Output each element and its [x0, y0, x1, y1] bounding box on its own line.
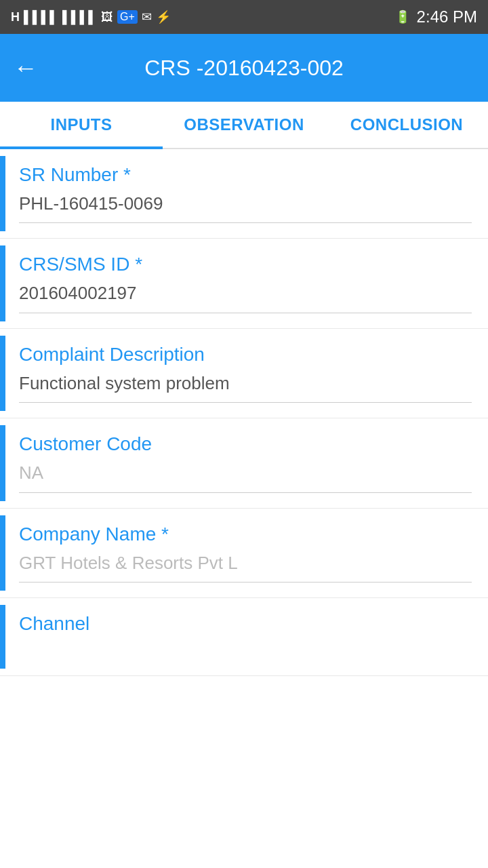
signal-bars-icon: ▌▌▌▌ — [24, 10, 58, 24]
customer-code-label: Customer Code — [19, 433, 472, 455]
field-company-name: Company Name * GRT Hotels & Resorts Pvt … — [0, 509, 488, 598]
field-bar — [0, 156, 5, 231]
field-underline — [19, 313, 472, 313]
field-bar — [0, 425, 5, 500]
field-channel: Channel — [0, 598, 488, 676]
tab-observation[interactable]: OBSERVATION — [163, 102, 325, 148]
crs-sms-id-label: CRS/SMS ID * — [19, 254, 472, 275]
mail-icon: ✉ — [142, 9, 152, 24]
field-complaint-description: Complaint Description Functional system … — [0, 329, 488, 418]
field-underline — [19, 492, 472, 493]
field-bar — [0, 336, 5, 411]
channel-value[interactable] — [19, 640, 472, 660]
field-crs-sms-id: CRS/SMS ID * 201604002197 — [0, 239, 488, 328]
status-bar: H ▌▌▌▌ ▌▌▌▌ 🖼 G+ ✉ ⚡ 🔋 2:46 PM — [0, 0, 488, 34]
channel-label: Channel — [19, 613, 472, 635]
content-area: SR Number * PHL-160415-0069 CRS/SMS ID *… — [0, 149, 488, 696]
sr-number-value[interactable]: PHL-160415-0069 — [19, 191, 472, 216]
field-underline — [19, 582, 472, 583]
sr-number-label: SR Number * — [19, 164, 472, 186]
field-customer-code: Customer Code NA — [0, 418, 488, 508]
app-bar-title: CRS -20160423-002 — [52, 56, 436, 81]
status-left: H ▌▌▌▌ ▌▌▌▌ 🖼 G+ ✉ ⚡ — [11, 9, 171, 24]
field-bar — [0, 245, 5, 321]
tab-inputs[interactable]: INPUTS — [0, 102, 163, 148]
crs-sms-id-value[interactable]: 201604002197 — [19, 281, 472, 305]
usb-icon: ⚡ — [156, 9, 171, 24]
image-icon: 🖼 — [101, 10, 113, 24]
field-underline — [19, 222, 472, 223]
company-name-label: Company Name * — [19, 524, 472, 545]
complaint-description-label: Complaint Description — [19, 344, 472, 366]
field-bar — [0, 605, 5, 669]
complaint-description-value[interactable]: Functional system problem — [19, 371, 472, 395]
field-underline — [19, 402, 472, 403]
signal-bars2-icon: ▌▌▌▌ — [62, 10, 97, 24]
status-right: 🔋 2:46 PM — [395, 7, 477, 26]
app-bar: ← CRS -20160423-002 — [0, 34, 488, 102]
tabs-container: INPUTS OBSERVATION CONCLUSION — [0, 102, 488, 149]
back-button[interactable]: ← — [14, 56, 38, 80]
field-sr-number: SR Number * PHL-160415-0069 — [0, 149, 488, 239]
company-name-value[interactable]: GRT Hotels & Resorts Pvt L — [19, 551, 472, 575]
battery-icon: 🔋 — [395, 9, 410, 24]
g-icon: G+ — [117, 10, 138, 24]
status-time: 2:46 PM — [417, 7, 477, 26]
signal-h-icon: H — [11, 10, 20, 24]
customer-code-value[interactable]: NA — [19, 460, 472, 485]
tab-conclusion[interactable]: CONCLUSION — [325, 102, 488, 148]
field-bar — [0, 515, 5, 591]
